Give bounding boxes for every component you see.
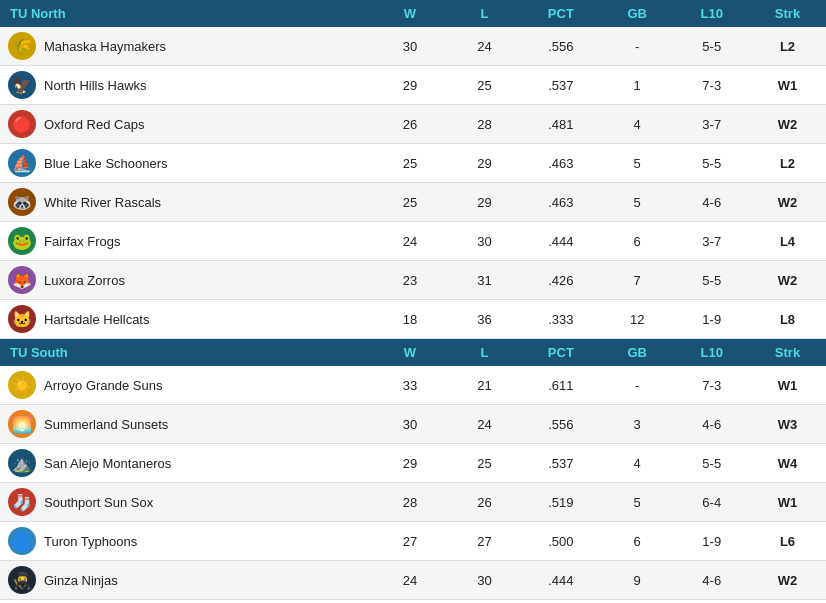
team-name-cell: 🦅 North Hills Hawks xyxy=(0,66,373,105)
team-pct: .426 xyxy=(522,261,600,300)
table-row: 🌪️ Cape Coral Hurricanes 22 32 .407 11 2… xyxy=(0,600,826,604)
team-l10: 4-6 xyxy=(675,183,750,222)
team-wins: 18 xyxy=(373,300,448,339)
table-row: ⛰️ San Alejo Montaneros 29 25 .537 4 5-5… xyxy=(0,444,826,483)
team-name: Summerland Sunsets xyxy=(44,417,168,432)
team-wins: 27 xyxy=(373,522,448,561)
team-wins: 29 xyxy=(373,444,448,483)
team-l10: 6-4 xyxy=(675,483,750,522)
team-name-cell: 🐱 Hartsdale Hellcats xyxy=(0,300,373,339)
team-losses: 28 xyxy=(447,105,522,144)
team-name: Luxora Zorros xyxy=(44,273,125,288)
team-pct: .519 xyxy=(522,483,600,522)
team-streak: L4 xyxy=(749,222,826,261)
team-gb: 5 xyxy=(600,183,675,222)
division-header: TU North W L PCT GB L10 Strk xyxy=(0,0,826,27)
division-name: TU North xyxy=(0,0,373,27)
team-gb: 6 xyxy=(600,522,675,561)
team-streak: L8 xyxy=(749,300,826,339)
table-row: ⛵ Blue Lake Schooners 25 29 .463 5 5-5 L… xyxy=(0,144,826,183)
col-pct-header: PCT xyxy=(522,339,600,367)
team-l10: 1-9 xyxy=(675,300,750,339)
team-l10: 7-3 xyxy=(675,66,750,105)
team-streak: W2 xyxy=(749,183,826,222)
team-name-cell: 🌅 Summerland Sunsets xyxy=(0,405,373,444)
col-strk-header: Strk xyxy=(749,339,826,367)
team-cell: 🐸 Fairfax Frogs xyxy=(8,227,365,255)
team-gb: 11 xyxy=(600,600,675,604)
team-name: Arroyo Grande Suns xyxy=(44,378,163,393)
team-wins: 25 xyxy=(373,183,448,222)
team-name: Southport Sun Sox xyxy=(44,495,153,510)
team-losses: 27 xyxy=(447,522,522,561)
col-w-header: W xyxy=(373,0,448,27)
team-logo: 🦊 xyxy=(8,266,36,294)
team-l10: 4-6 xyxy=(675,561,750,600)
team-pct: .444 xyxy=(522,561,600,600)
division-header: TU South W L PCT GB L10 Strk xyxy=(0,339,826,367)
team-wins: 24 xyxy=(373,222,448,261)
team-wins: 25 xyxy=(373,144,448,183)
table-row: 🥷 Ginza Ninjas 24 30 .444 9 4-6 W2 xyxy=(0,561,826,600)
team-name: Blue Lake Schooners xyxy=(44,156,168,171)
team-gb: - xyxy=(600,366,675,405)
team-streak: W3 xyxy=(749,405,826,444)
team-streak: L4 xyxy=(749,600,826,604)
team-pct: .611 xyxy=(522,366,600,405)
team-losses: 24 xyxy=(447,27,522,66)
team-logo: 🌀 xyxy=(8,527,36,555)
team-name-cell: 🌀 Turon Typhoons xyxy=(0,522,373,561)
team-l10: 7-3 xyxy=(675,366,750,405)
team-wins: 30 xyxy=(373,405,448,444)
team-wins: 33 xyxy=(373,366,448,405)
team-name: Oxford Red Caps xyxy=(44,117,144,132)
team-wins: 24 xyxy=(373,561,448,600)
team-pct: .444 xyxy=(522,222,600,261)
team-wins: 26 xyxy=(373,105,448,144)
team-logo: 🥷 xyxy=(8,566,36,594)
team-name: Fairfax Frogs xyxy=(44,234,121,249)
team-name-cell: ☀️ Arroyo Grande Suns xyxy=(0,366,373,405)
team-pct: .500 xyxy=(522,522,600,561)
team-gb: - xyxy=(600,27,675,66)
team-streak: L2 xyxy=(749,27,826,66)
team-name-cell: 🌾 Mahaska Haymakers xyxy=(0,27,373,66)
team-cell: ⛵ Blue Lake Schooners xyxy=(8,149,365,177)
team-gb: 6 xyxy=(600,222,675,261)
table-row: ☀️ Arroyo Grande Suns 33 21 .611 - 7-3 W… xyxy=(0,366,826,405)
team-losses: 24 xyxy=(447,405,522,444)
team-l10: 2-8 xyxy=(675,600,750,604)
team-gb: 5 xyxy=(600,144,675,183)
table-row: 🧦 Southport Sun Sox 28 26 .519 5 6-4 W1 xyxy=(0,483,826,522)
team-cell: 🔴 Oxford Red Caps xyxy=(8,110,365,138)
team-name-cell: ⛰️ San Alejo Montaneros xyxy=(0,444,373,483)
team-l10: 3-7 xyxy=(675,105,750,144)
table-row: 🌾 Mahaska Haymakers 30 24 .556 - 5-5 L2 xyxy=(0,27,826,66)
team-gb: 5 xyxy=(600,483,675,522)
team-streak: W2 xyxy=(749,561,826,600)
team-wins: 29 xyxy=(373,66,448,105)
team-losses: 31 xyxy=(447,261,522,300)
team-logo: ⛰️ xyxy=(8,449,36,477)
team-name: Turon Typhoons xyxy=(44,534,137,549)
team-logo: 🦝 xyxy=(8,188,36,216)
team-losses: 25 xyxy=(447,66,522,105)
team-l10: 5-5 xyxy=(675,27,750,66)
team-name: Ginza Ninjas xyxy=(44,573,118,588)
team-name-cell: 🦊 Luxora Zorros xyxy=(0,261,373,300)
team-logo: 🌾 xyxy=(8,32,36,60)
table-row: 🦝 White River Rascals 25 29 .463 5 4-6 W… xyxy=(0,183,826,222)
team-pct: .463 xyxy=(522,144,600,183)
team-streak: W1 xyxy=(749,483,826,522)
team-losses: 30 xyxy=(447,561,522,600)
team-logo: 🌅 xyxy=(8,410,36,438)
team-gb: 1 xyxy=(600,66,675,105)
team-wins: 28 xyxy=(373,483,448,522)
team-logo: 🐸 xyxy=(8,227,36,255)
team-name-cell: 🦝 White River Rascals xyxy=(0,183,373,222)
team-l10: 1-9 xyxy=(675,522,750,561)
col-l10-header: L10 xyxy=(675,339,750,367)
col-w-header: W xyxy=(373,339,448,367)
table-row: 🔴 Oxford Red Caps 26 28 .481 4 3-7 W2 xyxy=(0,105,826,144)
col-gb-header: GB xyxy=(600,0,675,27)
